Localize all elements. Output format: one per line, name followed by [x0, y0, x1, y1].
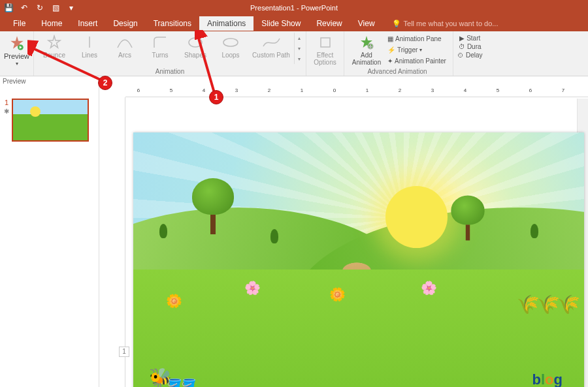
delay-icon: ⏲ [457, 52, 464, 59]
tab-home[interactable]: Home [33, 16, 70, 31]
status-bar-preview-label: Preview [3, 78, 26, 85]
tab-slideshow[interactable]: Slide Show [253, 16, 308, 31]
timing-start-label: Start [466, 35, 480, 42]
annotation-callout-1: 1 [209, 90, 223, 104]
svg-line-10 [30, 47, 106, 82]
ribbon-group-label: Advanced Animation [367, 68, 427, 75]
tab-animations[interactable]: Animations [199, 16, 253, 31]
chevron-up-icon: ▴ [298, 35, 301, 41]
dropdown-icon[interactable]: ▾ [16, 61, 18, 67]
slide-canvas-area: 654321012345678 🌼 🌸 🌼 🌸 🌾🌾🌾 🐝 🪣🪣 [99, 85, 588, 387]
tree-graphic [451, 196, 484, 241]
page-indicator: 1 [119, 347, 129, 357]
tab-review[interactable]: Review [308, 16, 350, 31]
redo-icon[interactable]: ↻ [35, 3, 44, 12]
ribbon-group-timing: ▶Start ⏱Dura ⏲Delay [453, 31, 487, 76]
slide-canvas[interactable]: 🌼 🌸 🌼 🌸 🌾🌾🌾 🐝 🪣🪣 blog congdong .com [133, 132, 584, 387]
timing-start-row[interactable]: ▶Start [458, 34, 482, 42]
tell-me-search[interactable]: 💡 Tell me what you want to do... [392, 20, 498, 28]
ribbon-group-advanced: + Add Animation ▦Animation Pane ⚡Trigger… [344, 31, 453, 76]
pane-icon: ▦ [387, 35, 393, 42]
ruler-tick: 7 [562, 87, 564, 93]
ribbon-tabs: File Home Insert Design Transitions Anim… [0, 16, 588, 31]
save-icon[interactable]: 💾 [4, 3, 13, 12]
animation-painter-label: Animation Painter [395, 57, 446, 65]
chevron-down-icon: ▾ [419, 47, 422, 53]
svg-text:+: + [369, 44, 372, 49]
svg-line-11 [197, 34, 214, 93]
tab-design[interactable]: Design [105, 16, 145, 31]
tree-graphic [192, 178, 234, 234]
trigger-label: Trigger [397, 46, 417, 54]
tab-view[interactable]: View [350, 16, 383, 31]
animation-pane-label: Animation Pane [395, 35, 442, 42]
ruler-tick: 1 [301, 87, 303, 93]
gallery-item-label: Custom Path [252, 52, 290, 59]
bar-icon: ▾ [298, 56, 301, 62]
ribbon-effect-options: Effect Options [306, 31, 344, 76]
bucket-graphic: 🪣🪣 [167, 378, 196, 387]
tell-me-label: Tell me what you want to do... [404, 20, 498, 27]
annotation-arrow [27, 39, 223, 98]
ruler-tick: 5 [497, 87, 499, 93]
trigger-icon: ⚡ [387, 46, 395, 54]
timing-duration-row[interactable]: ⏱Dura [457, 42, 483, 51]
chevron-down-icon: ▾ [298, 46, 301, 52]
ruler-tick: 1 [366, 87, 368, 93]
add-animation-star-icon: + [358, 35, 375, 50]
timing-delay-row[interactable]: ⏲Delay [456, 51, 484, 59]
ruler-tick: 6 [529, 87, 532, 93]
tab-insert[interactable]: Insert [70, 16, 105, 31]
sun-graphic [385, 186, 448, 248]
ruler-tick: 4 [464, 87, 466, 93]
gallery-more-button[interactable]: ▴▾▾ [294, 33, 303, 64]
timing-delay-label: Delay [466, 52, 483, 59]
slide-thumbnail-panel: 1 ✱ [0, 85, 99, 387]
effect-options-icon [317, 35, 334, 50]
svg-rect-6 [321, 38, 330, 47]
undo-icon[interactable]: ↶ [20, 3, 29, 12]
slide-thumbnail[interactable] [12, 99, 89, 142]
flower-graphic: 🌼 [166, 293, 182, 309]
thumbnail-number: 1 [5, 99, 8, 106]
lightbulb-icon: 💡 [392, 20, 401, 28]
animation-painter-button[interactable]: ✦Animation Painter [386, 57, 448, 65]
ruler-tick: 0 [333, 87, 336, 93]
trigger-button[interactable]: ⚡Trigger▾ [386, 46, 448, 54]
gallery-item-custom-path[interactable]: Custom Path [248, 33, 294, 59]
watermark-logo: blog congdong .com [532, 371, 578, 387]
preview-star-icon [8, 35, 25, 52]
clock-icon: ⏱ [459, 43, 465, 50]
tab-transitions[interactable]: Transitions [146, 16, 199, 31]
tab-file[interactable]: File [5, 16, 33, 31]
grass-graphic: 🌾🌾🌾 [517, 294, 578, 315]
add-animation-label: Add Animation [352, 52, 381, 66]
work-area: 1 ✱ 654321012345678 🌼 🌸 🌼 [0, 85, 588, 387]
title-bar: 💾 ↶ ↻ ▧ ▾ Presentation1 - PowerPoint [0, 0, 588, 16]
qat-more-icon[interactable]: ▾ [67, 3, 76, 12]
ruler-tick: 3 [431, 87, 434, 93]
effect-options-label: Effect Options [314, 52, 336, 66]
preview-button-label: Preview [4, 52, 29, 60]
ruler-tick: 2 [268, 87, 270, 93]
animation-pane-button[interactable]: ▦Animation Pane [386, 35, 448, 43]
slideshow-start-icon[interactable]: ▧ [51, 3, 60, 12]
animation-indicator-icon: ✱ [4, 108, 9, 115]
painter-icon: ✦ [387, 57, 393, 65]
timing-duration-label: Dura [467, 43, 482, 50]
quick-access-toolbar: 💾 ↶ ↻ ▧ ▾ [0, 3, 76, 12]
ruler-tick: 3 [235, 87, 238, 93]
play-icon: ▶ [459, 35, 465, 42]
vertical-ruler [114, 97, 125, 387]
effect-options-button: Effect Options [308, 33, 343, 66]
annotation-callout-2: 2 [98, 76, 112, 90]
ruler-tick: 2 [399, 87, 401, 93]
add-animation-button[interactable]: + Add Animation [347, 33, 386, 66]
window-title: Presentation1 - PowerPoint [0, 4, 588, 12]
